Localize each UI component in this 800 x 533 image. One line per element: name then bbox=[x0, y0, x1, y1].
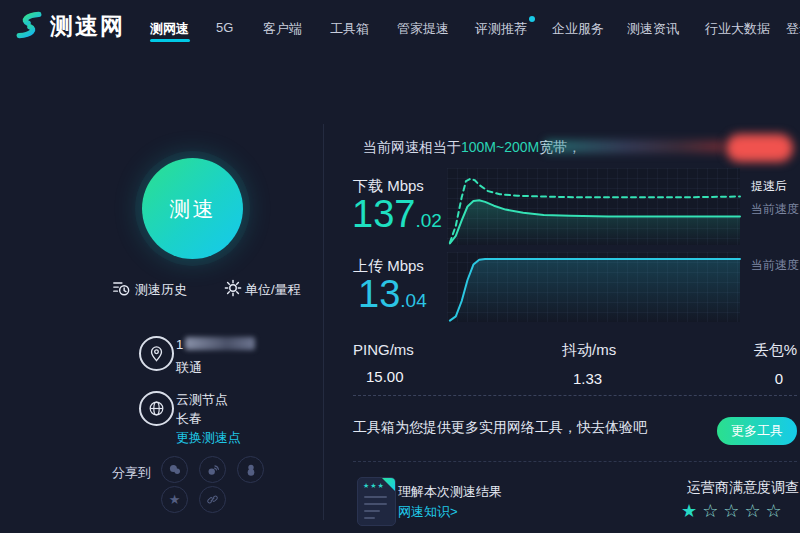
wechat-share-icon[interactable] bbox=[161, 456, 188, 483]
units-range-link[interactable]: 单位/量程 bbox=[245, 281, 301, 299]
nav-enterprise[interactable]: 企业服务 bbox=[552, 20, 604, 38]
nav-5g[interactable]: 5G bbox=[216, 20, 233, 35]
packet-loss-value: 0 bbox=[700, 370, 797, 387]
toolbox-promo-text: 工具箱为您提供更多实用网络工具，快去体验吧 bbox=[353, 419, 647, 437]
star-3[interactable]: ☆ bbox=[723, 501, 744, 521]
ping-metric: PING/ms 15.00 bbox=[353, 341, 414, 385]
packet-loss-metric: 丢包% 0 bbox=[700, 341, 797, 387]
legend-current-upload: 当前速度 bbox=[751, 257, 799, 274]
start-test-button[interactable]: 测速 bbox=[142, 158, 243, 259]
weibo-share-icon[interactable] bbox=[199, 456, 226, 483]
start-test-label: 测速 bbox=[170, 195, 216, 223]
doc-line bbox=[364, 517, 375, 519]
new-badge-dot bbox=[529, 16, 535, 22]
upload-label-cn: 上传 bbox=[353, 257, 383, 274]
ping-label: PING/ms bbox=[353, 341, 414, 358]
nav-login[interactable]: 登录 bbox=[786, 20, 800, 38]
jitter-metric: 抖动/ms 1.33 bbox=[562, 341, 616, 387]
isp-name: 联通 bbox=[176, 359, 202, 377]
legend-current-download: 当前速度 bbox=[751, 201, 799, 218]
doc-line bbox=[364, 503, 387, 505]
change-node-link[interactable]: 更换测速点 bbox=[176, 429, 241, 447]
download-unit: Mbps bbox=[387, 177, 424, 194]
node-title: 云测节点 bbox=[176, 391, 228, 409]
download-value-int: 137 bbox=[352, 193, 415, 235]
ip-address-redacted bbox=[185, 337, 255, 350]
download-value-dec: .02 bbox=[415, 210, 441, 231]
gear-icon bbox=[224, 279, 242, 297]
doc-line bbox=[364, 510, 380, 512]
upload-value-int: 13 bbox=[358, 273, 400, 315]
logo-text[interactable]: 测速网 bbox=[50, 11, 125, 42]
legend-after-boost: 提速后 bbox=[751, 178, 787, 195]
copy-link-share-icon[interactable] bbox=[199, 486, 226, 513]
upload-value: 13.04 bbox=[358, 275, 427, 313]
ip-address: 1 bbox=[176, 337, 183, 352]
nav-reviews-label: 评测推荐 bbox=[475, 21, 527, 36]
star-2[interactable]: ☆ bbox=[702, 501, 723, 521]
upload-value-dec: .04 bbox=[400, 290, 426, 311]
history-link[interactable]: 测速历史 bbox=[135, 281, 187, 299]
upload-chart bbox=[447, 252, 740, 322]
node-city: 长春 bbox=[176, 410, 202, 428]
download-label-cn: 下载 bbox=[353, 177, 383, 194]
location-pin-icon bbox=[139, 336, 174, 371]
upload-unit: Mbps bbox=[387, 257, 424, 274]
banner-range: 100M~200M bbox=[461, 139, 539, 155]
banner-prefix: 当前网速相当于 bbox=[363, 139, 461, 155]
isp-survey-title: 运营商满意度调查 bbox=[687, 479, 799, 497]
result-explain-title: 理解本次测速结果 bbox=[398, 483, 502, 501]
logo-icon[interactable] bbox=[13, 9, 45, 41]
star-1[interactable]: ★ bbox=[681, 501, 702, 521]
divider-dashed-bottom bbox=[353, 461, 797, 462]
nav-speedtest[interactable]: 测网速 bbox=[150, 20, 189, 38]
download-value: 137.02 bbox=[352, 195, 442, 233]
doc-stars: ★★★ bbox=[363, 482, 385, 490]
star-5[interactable]: ☆ bbox=[766, 501, 787, 521]
promo-button-redacted[interactable] bbox=[726, 134, 793, 162]
jitter-label: 抖动/ms bbox=[562, 341, 616, 360]
ping-value: 15.00 bbox=[353, 368, 414, 385]
history-icon bbox=[112, 279, 130, 297]
nav-client[interactable]: 客户端 bbox=[263, 20, 302, 38]
nav-news[interactable]: 测速资讯 bbox=[627, 20, 679, 38]
nav-bigdata[interactable]: 行业大数据 bbox=[705, 20, 770, 38]
jitter-value: 1.33 bbox=[562, 370, 616, 387]
share-label: 分享到 bbox=[112, 464, 151, 482]
banner-redacted-text bbox=[545, 140, 723, 153]
packet-loss-label: 丢包% bbox=[700, 341, 797, 360]
more-tools-button[interactable]: 更多工具 bbox=[717, 417, 797, 445]
speed-knowledge-link[interactable]: 网速知识> bbox=[398, 503, 458, 521]
qq-share-icon[interactable] bbox=[237, 456, 264, 483]
qzone-share-icon[interactable]: ★ bbox=[161, 486, 188, 513]
column-divider bbox=[323, 124, 324, 520]
satisfaction-stars[interactable]: ★☆☆☆☆ bbox=[681, 500, 787, 522]
star-4[interactable]: ☆ bbox=[744, 501, 765, 521]
nav-booster[interactable]: 管家提速 bbox=[397, 20, 449, 38]
report-document-icon[interactable]: ★★★ bbox=[357, 477, 396, 526]
doc-line bbox=[364, 496, 387, 498]
nav-active-underline bbox=[150, 39, 190, 42]
download-chart bbox=[447, 168, 740, 245]
globe-icon bbox=[139, 391, 174, 426]
speedtest-page: 测速网 测网速 5G 客户端 工具箱 管家提速 评测推荐 企业服务 测速资讯 行… bbox=[0, 0, 800, 533]
divider-dashed-top bbox=[353, 395, 797, 396]
nav-reviews[interactable]: 评测推荐 bbox=[475, 20, 527, 38]
nav-toolbox[interactable]: 工具箱 bbox=[330, 20, 369, 38]
